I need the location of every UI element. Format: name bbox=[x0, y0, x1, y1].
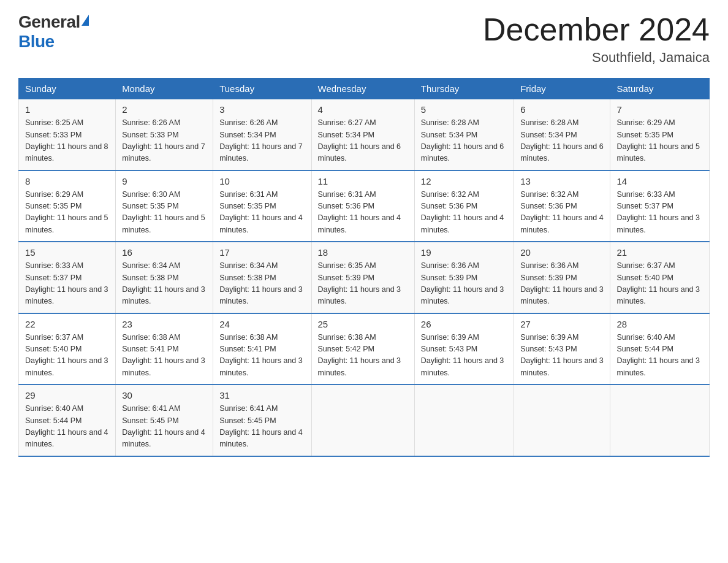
table-row: 31 Sunrise: 6:41 AM Sunset: 5:45 PM Dayl… bbox=[213, 385, 311, 456]
day-info: Sunrise: 6:28 AM Sunset: 5:34 PM Dayligh… bbox=[520, 117, 604, 165]
table-row: 19 Sunrise: 6:36 AM Sunset: 5:39 PM Dayl… bbox=[414, 242, 514, 313]
day-number: 8 bbox=[25, 176, 109, 186]
day-number: 9 bbox=[122, 176, 207, 186]
table-row: 28 Sunrise: 6:40 AM Sunset: 5:44 PM Dayl… bbox=[610, 313, 710, 385]
day-info: Sunrise: 6:37 AM Sunset: 5:40 PM Dayligh… bbox=[25, 332, 109, 380]
day-number: 6 bbox=[520, 104, 604, 115]
day-number: 30 bbox=[122, 390, 207, 400]
table-row bbox=[414, 385, 514, 456]
table-row: 29 Sunrise: 6:40 AM Sunset: 5:44 PM Dayl… bbox=[19, 385, 116, 456]
day-info: Sunrise: 6:26 AM Sunset: 5:34 PM Dayligh… bbox=[219, 117, 305, 165]
logo: General Blue bbox=[18, 12, 89, 52]
day-info: Sunrise: 6:31 AM Sunset: 5:36 PM Dayligh… bbox=[318, 189, 408, 237]
day-info: Sunrise: 6:32 AM Sunset: 5:36 PM Dayligh… bbox=[520, 189, 604, 237]
day-number: 4 bbox=[318, 104, 408, 115]
day-number: 18 bbox=[318, 247, 408, 258]
day-info: Sunrise: 6:27 AM Sunset: 5:34 PM Dayligh… bbox=[318, 117, 408, 165]
day-info: Sunrise: 6:33 AM Sunset: 5:37 PM Dayligh… bbox=[616, 189, 703, 237]
page-header: General Blue December 2024 Southfield, J… bbox=[18, 12, 710, 66]
day-number: 13 bbox=[520, 176, 604, 186]
table-row: 7 Sunrise: 6:29 AM Sunset: 5:35 PM Dayli… bbox=[610, 99, 710, 170]
page-subtitle: Southfield, Jamaica bbox=[483, 50, 710, 66]
col-tuesday: Tuesday bbox=[213, 79, 311, 99]
day-number: 16 bbox=[122, 247, 207, 258]
page-title: December 2024 bbox=[483, 12, 710, 47]
table-row: 10 Sunrise: 6:31 AM Sunset: 5:35 PM Dayl… bbox=[213, 170, 311, 242]
day-number: 21 bbox=[616, 247, 703, 258]
day-number: 14 bbox=[616, 176, 703, 186]
day-info: Sunrise: 6:40 AM Sunset: 5:44 PM Dayligh… bbox=[616, 332, 703, 380]
day-number: 28 bbox=[616, 319, 703, 329]
table-row: 20 Sunrise: 6:36 AM Sunset: 5:39 PM Dayl… bbox=[514, 242, 610, 313]
day-number: 10 bbox=[219, 176, 305, 186]
day-info: Sunrise: 6:37 AM Sunset: 5:40 PM Dayligh… bbox=[616, 260, 703, 308]
day-info: Sunrise: 6:29 AM Sunset: 5:35 PM Dayligh… bbox=[616, 117, 703, 165]
table-row: 24 Sunrise: 6:38 AM Sunset: 5:41 PM Dayl… bbox=[213, 313, 311, 385]
day-info: Sunrise: 6:41 AM Sunset: 5:45 PM Dayligh… bbox=[219, 403, 305, 451]
table-row: 16 Sunrise: 6:34 AM Sunset: 5:38 PM Dayl… bbox=[116, 242, 213, 313]
table-row: 27 Sunrise: 6:39 AM Sunset: 5:43 PM Dayl… bbox=[514, 313, 610, 385]
day-number: 24 bbox=[219, 319, 305, 329]
table-row: 22 Sunrise: 6:37 AM Sunset: 5:40 PM Dayl… bbox=[19, 313, 116, 385]
table-row bbox=[514, 385, 610, 456]
day-info: Sunrise: 6:38 AM Sunset: 5:41 PM Dayligh… bbox=[219, 332, 305, 380]
table-row: 15 Sunrise: 6:33 AM Sunset: 5:37 PM Dayl… bbox=[19, 242, 116, 313]
day-info: Sunrise: 6:36 AM Sunset: 5:39 PM Dayligh… bbox=[421, 260, 507, 308]
day-info: Sunrise: 6:38 AM Sunset: 5:41 PM Dayligh… bbox=[122, 332, 207, 380]
day-number: 19 bbox=[421, 247, 507, 258]
day-info: Sunrise: 6:35 AM Sunset: 5:39 PM Dayligh… bbox=[318, 260, 408, 308]
table-row: 30 Sunrise: 6:41 AM Sunset: 5:45 PM Dayl… bbox=[116, 385, 213, 456]
table-row: 26 Sunrise: 6:39 AM Sunset: 5:43 PM Dayl… bbox=[414, 313, 514, 385]
table-row: 13 Sunrise: 6:32 AM Sunset: 5:36 PM Dayl… bbox=[514, 170, 610, 242]
day-number: 25 bbox=[318, 319, 408, 329]
day-info: Sunrise: 6:38 AM Sunset: 5:42 PM Dayligh… bbox=[318, 332, 408, 380]
col-wednesday: Wednesday bbox=[311, 79, 414, 99]
logo-triangle-icon bbox=[82, 15, 89, 26]
logo-general-text: General bbox=[18, 12, 80, 32]
table-row: 21 Sunrise: 6:37 AM Sunset: 5:40 PM Dayl… bbox=[610, 242, 710, 313]
table-row: 17 Sunrise: 6:34 AM Sunset: 5:38 PM Dayl… bbox=[213, 242, 311, 313]
day-info: Sunrise: 6:30 AM Sunset: 5:35 PM Dayligh… bbox=[122, 189, 207, 237]
day-info: Sunrise: 6:34 AM Sunset: 5:38 PM Dayligh… bbox=[219, 260, 305, 308]
calendar-header: Sunday Monday Tuesday Wednesday Thursday… bbox=[19, 79, 710, 99]
day-info: Sunrise: 6:28 AM Sunset: 5:34 PM Dayligh… bbox=[421, 117, 507, 165]
day-number: 11 bbox=[318, 176, 408, 186]
day-info: Sunrise: 6:34 AM Sunset: 5:38 PM Dayligh… bbox=[122, 260, 207, 308]
day-info: Sunrise: 6:31 AM Sunset: 5:35 PM Dayligh… bbox=[219, 189, 305, 237]
table-row: 3 Sunrise: 6:26 AM Sunset: 5:34 PM Dayli… bbox=[213, 99, 311, 170]
logo-blue-text: Blue bbox=[18, 32, 55, 52]
title-block: December 2024 Southfield, Jamaica bbox=[483, 12, 710, 66]
day-info: Sunrise: 6:36 AM Sunset: 5:39 PM Dayligh… bbox=[520, 260, 604, 308]
day-number: 1 bbox=[25, 104, 109, 115]
day-number: 15 bbox=[25, 247, 109, 258]
day-number: 2 bbox=[122, 104, 207, 115]
day-info: Sunrise: 6:33 AM Sunset: 5:37 PM Dayligh… bbox=[25, 260, 109, 308]
day-info: Sunrise: 6:39 AM Sunset: 5:43 PM Dayligh… bbox=[520, 332, 604, 380]
calendar-body: 1 Sunrise: 6:25 AM Sunset: 5:33 PM Dayli… bbox=[19, 99, 710, 456]
table-row: 8 Sunrise: 6:29 AM Sunset: 5:35 PM Dayli… bbox=[19, 170, 116, 242]
calendar-table: Sunday Monday Tuesday Wednesday Thursday… bbox=[18, 78, 710, 457]
table-row bbox=[610, 385, 710, 456]
day-number: 5 bbox=[421, 104, 507, 115]
table-row: 12 Sunrise: 6:32 AM Sunset: 5:36 PM Dayl… bbox=[414, 170, 514, 242]
col-thursday: Thursday bbox=[414, 79, 514, 99]
day-info: Sunrise: 6:41 AM Sunset: 5:45 PM Dayligh… bbox=[122, 403, 207, 451]
day-number: 31 bbox=[219, 390, 305, 400]
col-saturday: Saturday bbox=[610, 79, 710, 99]
table-row: 23 Sunrise: 6:38 AM Sunset: 5:41 PM Dayl… bbox=[116, 313, 213, 385]
col-monday: Monday bbox=[116, 79, 213, 99]
day-number: 7 bbox=[616, 104, 703, 115]
table-row: 9 Sunrise: 6:30 AM Sunset: 5:35 PM Dayli… bbox=[116, 170, 213, 242]
day-number: 12 bbox=[421, 176, 507, 186]
day-info: Sunrise: 6:39 AM Sunset: 5:43 PM Dayligh… bbox=[421, 332, 507, 380]
day-info: Sunrise: 6:32 AM Sunset: 5:36 PM Dayligh… bbox=[421, 189, 507, 237]
table-row: 18 Sunrise: 6:35 AM Sunset: 5:39 PM Dayl… bbox=[311, 242, 414, 313]
day-number: 17 bbox=[219, 247, 305, 258]
day-number: 27 bbox=[520, 319, 604, 329]
table-row: 25 Sunrise: 6:38 AM Sunset: 5:42 PM Dayl… bbox=[311, 313, 414, 385]
table-row: 14 Sunrise: 6:33 AM Sunset: 5:37 PM Dayl… bbox=[610, 170, 710, 242]
day-number: 20 bbox=[520, 247, 604, 258]
day-number: 29 bbox=[25, 390, 109, 400]
day-info: Sunrise: 6:26 AM Sunset: 5:33 PM Dayligh… bbox=[122, 117, 207, 165]
day-number: 23 bbox=[122, 319, 207, 329]
